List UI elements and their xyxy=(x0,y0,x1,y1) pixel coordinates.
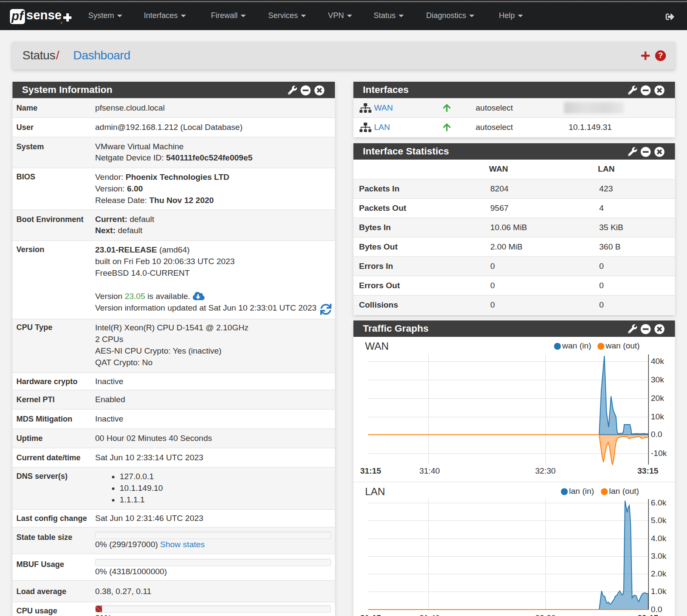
svg-text:40k: 40k xyxy=(651,357,664,366)
svg-text:31:15: 31:15 xyxy=(360,613,381,616)
svg-text:-10k: -10k xyxy=(651,449,667,458)
svg-text:31:15: 31:15 xyxy=(360,466,381,475)
svg-text:32:30: 32:30 xyxy=(535,466,556,475)
svg-text:33:15: 33:15 xyxy=(637,613,659,616)
svg-text:31:40: 31:40 xyxy=(419,613,440,616)
svg-text:0.0: 0.0 xyxy=(651,605,662,614)
svg-text:2.0k: 2.0k xyxy=(651,569,666,578)
svg-text:0.0: 0.0 xyxy=(651,430,662,439)
svg-text:10k: 10k xyxy=(651,412,664,421)
svg-text:4.0k: 4.0k xyxy=(651,534,666,543)
svg-text:32:30: 32:30 xyxy=(535,613,556,616)
svg-text:6.0k: 6.0k xyxy=(651,498,666,507)
svg-text:1.0k: 1.0k xyxy=(651,587,666,596)
svg-text:3.0k: 3.0k xyxy=(651,551,666,561)
svg-text:20k: 20k xyxy=(651,394,664,403)
svg-text:30k: 30k xyxy=(651,375,664,384)
svg-text:31:40: 31:40 xyxy=(419,466,440,475)
svg-text:33:15: 33:15 xyxy=(637,466,659,475)
svg-text:5.0k: 5.0k xyxy=(651,516,666,525)
